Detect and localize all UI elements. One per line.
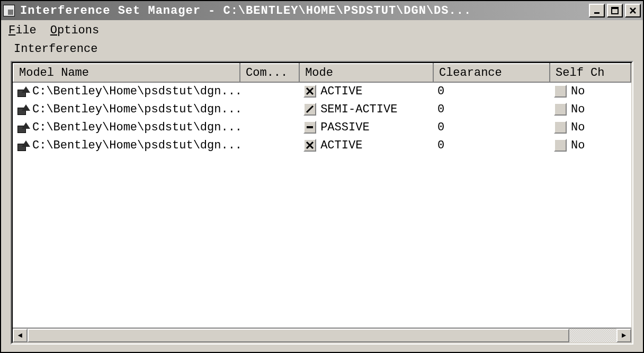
cell-com xyxy=(240,82,299,100)
cell-clearance: 0 xyxy=(433,100,550,118)
cell-com xyxy=(240,118,299,136)
scroll-left-arrow[interactable]: ◄ xyxy=(13,329,28,342)
cell-mode: ACTIVE xyxy=(299,82,433,100)
cell-clearance: 0 xyxy=(433,82,550,100)
mode-icon[interactable] xyxy=(303,103,316,116)
self-check-toggle[interactable] xyxy=(554,121,567,134)
self-check-text: No xyxy=(571,121,585,134)
cell-clearance: 0 xyxy=(433,136,550,154)
window-buttons xyxy=(589,4,641,17)
section-label: Interference xyxy=(1,40,643,58)
svg-rect-8 xyxy=(307,126,313,128)
mode-icon[interactable] xyxy=(303,121,316,134)
col-header-self[interactable]: Self Ch xyxy=(550,64,631,82)
cell-model: C:\Bentley\Home\psdstut\dgn... xyxy=(13,118,240,136)
cell-com xyxy=(240,100,299,118)
list-inner: Model Name Com... Mode Clearance Self Ch… xyxy=(12,62,632,343)
svg-rect-0 xyxy=(594,12,600,14)
model-name-text: C:\Bentley\Home\psdstut\dgn... xyxy=(32,121,240,134)
cell-model: C:\Bentley\Home\psdstut\dgn... xyxy=(13,82,240,100)
self-check-text: No xyxy=(571,85,585,98)
mode-icon[interactable] xyxy=(303,139,316,152)
col-header-model[interactable]: Model Name xyxy=(13,64,240,82)
cell-self: No xyxy=(550,82,631,100)
table-row[interactable]: C:\Bentley\Home\psdstut\dgn...PASSIVE0No xyxy=(13,118,631,136)
model-icon xyxy=(17,121,29,133)
cell-mode: PASSIVE xyxy=(299,118,433,136)
window-title: Interference Set Manager - C:\BENTLEY\HO… xyxy=(20,4,589,17)
mode-text: ACTIVE xyxy=(320,85,362,98)
minimize-button[interactable] xyxy=(589,4,605,17)
maximize-button[interactable] xyxy=(607,4,623,17)
cell-self: No xyxy=(550,136,631,154)
scroll-track[interactable] xyxy=(28,329,616,342)
cell-com xyxy=(240,136,299,154)
cell-mode: SEMI-ACTIVE xyxy=(299,100,433,118)
cell-model: C:\Bentley\Home\psdstut\dgn... xyxy=(13,100,240,118)
cell-clearance: 0 xyxy=(433,118,550,136)
col-header-com[interactable]: Com... xyxy=(240,64,299,82)
app-icon xyxy=(3,5,15,16)
mode-text: ACTIVE xyxy=(320,139,362,152)
list-empty-area xyxy=(13,154,631,328)
cell-self: No xyxy=(550,118,631,136)
self-check-toggle[interactable] xyxy=(554,139,567,152)
scroll-thumb[interactable] xyxy=(28,329,569,342)
mode-icon[interactable] xyxy=(303,85,316,98)
model-icon xyxy=(17,103,29,115)
horizontal-scrollbar[interactable]: ◄ ► xyxy=(13,328,631,342)
col-header-clearance[interactable]: Clearance xyxy=(433,64,550,82)
table-header-row: Model Name Com... Mode Clearance Self Ch xyxy=(13,64,631,82)
list-frame: Model Name Com... Mode Clearance Self Ch… xyxy=(11,61,633,345)
table-row[interactable]: C:\Bentley\Home\psdstut\dgn...SEMI-ACTIV… xyxy=(13,100,631,118)
self-check-text: No xyxy=(571,139,585,152)
svg-rect-2 xyxy=(612,7,618,9)
app-window: Interference Set Manager - C:\BENTLEY\HO… xyxy=(0,0,644,353)
menubar: File Options xyxy=(1,20,643,40)
menu-options[interactable]: Options xyxy=(50,24,99,37)
model-icon xyxy=(17,85,29,97)
cell-self: No xyxy=(550,100,631,118)
self-check-toggle[interactable] xyxy=(554,85,567,98)
self-check-text: No xyxy=(571,103,585,116)
titlebar: Interference Set Manager - C:\BENTLEY\HO… xyxy=(1,1,643,20)
mode-text: SEMI-ACTIVE xyxy=(320,103,397,116)
col-header-mode[interactable]: Mode xyxy=(299,64,433,82)
cell-mode: ACTIVE xyxy=(299,136,433,154)
table-row[interactable]: C:\Bentley\Home\psdstut\dgn...ACTIVE0No xyxy=(13,82,631,100)
model-name-text: C:\Bentley\Home\psdstut\dgn... xyxy=(32,85,240,98)
close-button[interactable] xyxy=(625,4,641,17)
interference-table: Model Name Com... Mode Clearance Self Ch… xyxy=(13,63,631,154)
menu-file[interactable]: File xyxy=(8,24,37,37)
scroll-right-arrow[interactable]: ► xyxy=(616,329,631,342)
model-name-text: C:\Bentley\Home\psdstut\dgn... xyxy=(32,103,240,116)
svg-line-7 xyxy=(307,106,313,112)
self-check-toggle[interactable] xyxy=(554,103,567,116)
mode-text: PASSIVE xyxy=(320,121,369,134)
model-name-text: C:\Bentley\Home\psdstut\dgn... xyxy=(32,139,240,152)
cell-model: C:\Bentley\Home\psdstut\dgn... xyxy=(13,136,240,154)
model-icon xyxy=(17,139,29,151)
table-row[interactable]: C:\Bentley\Home\psdstut\dgn...ACTIVE0No xyxy=(13,136,631,154)
